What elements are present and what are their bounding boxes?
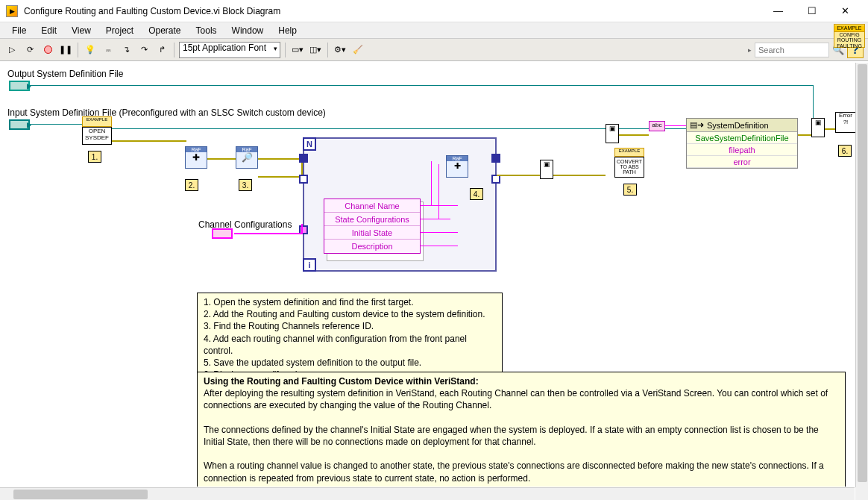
info-title: Using the Routing and Faulting Custom De… [204,375,839,387]
menu-window[interactable]: Window [226,24,270,37]
pause-icon: ❚❚ [59,45,72,54]
unbundle-state-configs[interactable]: State Configurations [324,213,420,226]
loop-count-terminal[interactable]: N [303,137,316,151]
maximize-button[interactable]: ☐ [795,1,828,22]
step-out-button[interactable]: ↱ [154,43,169,57]
raf-label-2: RaF [186,147,207,152]
input-file-label: Input System Definition File (Preconfigu… [7,107,326,118]
align-button[interactable]: ▭▾ [290,43,305,57]
close-ref-node-3[interactable]: ▣ [811,118,825,137]
convert-abs-path-node[interactable]: CONVERT TO ABS PATH [614,157,644,178]
tunnel-in-top[interactable] [299,154,308,163]
invoke-node[interactable]: ▤➜SystemDefinition SaveSystemDefinitionF… [686,118,798,169]
reorder-icon: ⚙▾ [334,45,346,54]
raf-label-4: RaF [447,156,468,161]
output-file-terminal[interactable] [9,81,30,91]
marker-2: 2. [185,179,198,191]
marker-5: 5. [623,184,637,196]
title-bar: ▶ Configure Routing and Faulting Custom … [0,0,868,22]
raf-add-channel-node[interactable]: RaF ✚ [446,155,468,178]
step-out-icon: ↱ [159,45,166,54]
invoke-icon: ▤➜ [690,120,704,130]
abort-button[interactable] [40,43,55,57]
marker-4: 4. [470,188,483,200]
run-button[interactable]: ▷ [4,43,19,57]
toolbar: ▷ ⟳ ❚❚ 💡 ⎓ ↴ ↷ ↱ 15pt Application Font ▭… [0,39,868,61]
broom-icon: 🧹 [353,45,363,54]
step-into-icon: ↴ [123,45,130,54]
info-comment[interactable]: Using the Routing and Faulting Custom De… [197,372,846,487]
example-header-1: EXAMPLE [82,116,112,127]
vi-icon-badge[interactable]: EXAMPLE CONFIG ROUTING FAULTING [834,24,865,48]
menu-help[interactable]: Help [272,24,303,37]
step-over-icon: ↷ [141,45,148,54]
menu-bar: File Edit View Project Operate Tools Win… [0,22,868,39]
minimize-button[interactable]: — [761,1,795,22]
for-loop[interactable]: N i RaF ✚ Channel Name State Configurati… [303,137,497,272]
tunnel-out-top[interactable] [491,154,500,163]
step-over-button[interactable]: ↷ [136,43,151,57]
stop-circle-icon [44,46,52,54]
raf-add-node[interactable]: RaF ✚ [185,146,207,169]
run-arrow-icon: ▷ [9,45,15,54]
channel-configs-terminal[interactable] [212,228,233,239]
marker-3: 3. [239,179,252,191]
input-file-terminal[interactable] [9,119,30,130]
loop-iteration-terminal[interactable]: i [303,258,316,272]
example-header-5: EXAMPLE [614,148,644,157]
app-icon: ▶ [6,5,18,17]
window-title: Configure Routing and Faulting Custom De… [24,6,761,16]
wire-icon: ⎓ [106,46,111,54]
search-input[interactable] [755,43,829,57]
info-p2: The connections defined by the channel's… [204,424,839,448]
steps-comment[interactable]: 1. Open the system definition and find t… [197,293,503,384]
h-scroll-thumb[interactable] [13,490,148,499]
distribute-button[interactable]: ◫▾ [308,43,323,57]
marker-6: 6. [838,145,852,157]
menu-file[interactable]: File [6,24,32,37]
invoke-class: ▤➜SystemDefinition [687,119,797,132]
menu-operate[interactable]: Operate [142,24,186,37]
menu-project[interactable]: Project [100,24,139,37]
unbundle-by-name[interactable]: Channel Name State Configurations Initia… [324,199,421,254]
raf-find-node[interactable]: RaF 🔎 [236,146,258,169]
block-diagram-canvas[interactable]: Output System Definition File Input Syst… [0,63,868,487]
pause-button[interactable]: ❚❚ [58,43,73,57]
unbundle-description[interactable]: Description [324,240,420,253]
wire-input [30,124,86,125]
open-sysdef-node[interactable]: OPEN SYSDEF [82,127,112,145]
menu-view[interactable]: View [66,24,97,37]
horizontal-scrollbar[interactable] [0,487,855,500]
reorder-button[interactable]: ⚙▾ [333,43,347,57]
loop-arrow-icon: ⟳ [27,45,34,54]
invoke-filepath[interactable]: filepath [687,144,797,156]
search-caret-icon: ▸ [748,46,752,54]
align-icon: ▭▾ [292,45,304,54]
tunnel-in-mid[interactable] [299,175,308,184]
bulb-icon: 💡 [85,45,95,54]
invoke-error[interactable]: error [687,156,797,168]
step-into-button[interactable]: ↴ [119,43,133,57]
close-button[interactable]: ✕ [828,1,862,22]
distribute-icon: ◫▾ [309,45,321,54]
error-label: Error?! [836,113,855,126]
retain-wire-button[interactable]: ⎓ [101,43,116,57]
run-continuous-button[interactable]: ⟳ [22,43,37,57]
path-to-string-node[interactable]: abc [649,121,665,131]
close-ref-node-1[interactable]: ▣ [540,160,553,179]
v-scroll-thumb[interactable] [858,64,867,482]
menu-tools[interactable]: Tools [190,24,223,37]
close-ref-node-2[interactable]: ▣ [606,124,619,143]
cleanup-button[interactable]: 🧹 [350,43,365,57]
unbundle-initial-state[interactable]: Initial State [324,226,420,240]
font-selector[interactable]: 15pt Application Font [179,42,280,58]
wire-output [30,85,813,86]
scroll-corner [855,487,868,500]
output-file-label: Output System Definition File [7,69,123,79]
highlight-button[interactable]: 💡 [83,43,98,57]
vertical-scrollbar[interactable] [855,63,868,487]
menu-edit[interactable]: Edit [35,24,63,37]
invoke-method[interactable]: SaveSystemDefinitionFile [687,132,797,144]
error-handler-node[interactable]: Error?! [835,112,856,133]
unbundle-channel-name[interactable]: Channel Name [324,199,420,213]
